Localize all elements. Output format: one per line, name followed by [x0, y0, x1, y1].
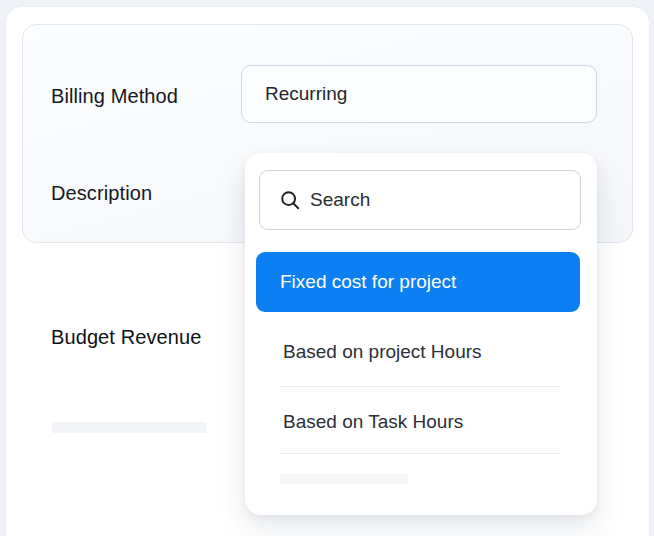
billing-method-label: Billing Method: [51, 83, 178, 109]
budget-revenue-label: Budget Revenue: [51, 324, 201, 350]
option-skeleton: [280, 474, 408, 484]
option-divider: [280, 386, 560, 387]
description-label: Description: [51, 180, 152, 206]
search-input[interactable]: [259, 170, 581, 230]
billing-settings-page: { "form": { "billing_method": { "label":…: [0, 0, 654, 536]
option-based-on-task-hours[interactable]: Based on Task Hours: [283, 409, 463, 435]
billing-method-input[interactable]: [241, 65, 597, 123]
option-fixed-cost-for-project[interactable]: Fixed cost for project: [256, 252, 580, 312]
search-field-wrap: [259, 170, 581, 230]
option-divider: [280, 453, 560, 454]
option-based-on-project-hours[interactable]: Based on project Hours: [283, 339, 482, 365]
billing-type-dropdown: Fixed cost for project Based on project …: [245, 153, 597, 515]
budget-revenue-skeleton: [52, 422, 207, 433]
